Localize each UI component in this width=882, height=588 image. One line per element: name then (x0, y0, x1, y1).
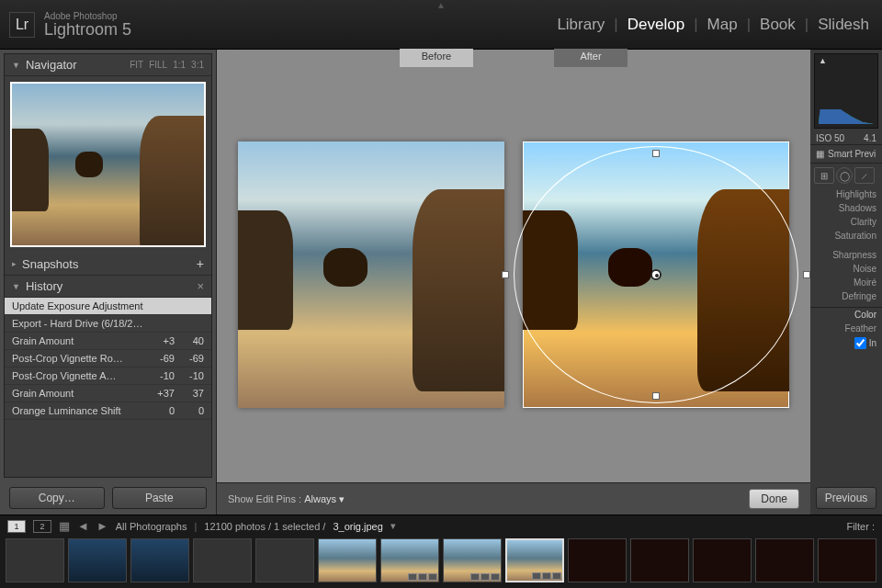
crop-tool-icon[interactable]: ⊞ (814, 167, 834, 184)
filmstrip-thumb[interactable] (68, 538, 127, 582)
primary-display-button[interactable]: 1 (7, 520, 26, 533)
adj-defringe[interactable]: Defringe (810, 289, 882, 303)
radial-pin-center[interactable] (650, 269, 662, 280)
filmstrip-thumb[interactable] (6, 538, 64, 582)
zoom-1:1[interactable]: 1:1 (173, 60, 186, 70)
history-row[interactable]: Export - Hard Drive (6/18/2013 12:32… (5, 315, 211, 333)
color-section[interactable]: Color (810, 307, 882, 322)
navigator-preview[interactable] (10, 82, 206, 247)
filename-dropdown-icon[interactable]: ▾ (390, 520, 396, 532)
radial-tool-icon[interactable]: ◯ (836, 167, 853, 184)
history-label: Grain Amount (12, 388, 145, 399)
filmstrip-thumb[interactable] (755, 538, 814, 582)
history-row[interactable]: Grain Amount+3737 (5, 385, 211, 402)
right-panel: ▲ ISO 50 4.1 ▦ Smart Previ ⊞ ◯ ⟋ Highlig… (810, 50, 882, 514)
adj-shadows[interactable]: Shadows (810, 201, 882, 215)
module-tab-develop[interactable]: Develop (624, 14, 688, 36)
chevron-right-icon[interactable]: ▸ (12, 259, 17, 268)
module-tab-library[interactable]: Library (553, 14, 608, 36)
filmstrip-thumb[interactable] (693, 538, 752, 582)
edit-pins-label: Show Edit Pins : (228, 493, 301, 504)
after-image[interactable] (523, 141, 789, 408)
filmstrip-thumb[interactable] (380, 538, 439, 582)
module-tab-slidesh[interactable]: Slidesh (814, 14, 873, 36)
history-value: 37 (175, 388, 204, 399)
filmstrip-thumb[interactable] (818, 538, 876, 582)
back-icon[interactable]: ◄ (77, 519, 89, 533)
module-tab-map[interactable]: Map (704, 14, 741, 36)
radial-handle-right[interactable] (803, 271, 810, 278)
history-row[interactable]: Orange Luminance Shift00 (5, 402, 211, 420)
adj-noise[interactable]: Noise (810, 262, 882, 276)
forward-icon[interactable]: ► (96, 519, 108, 533)
count-label: 12100 photos / 1 selected / (204, 521, 325, 532)
aperture-label: 4.1 (864, 133, 876, 143)
zoom-3:1[interactable]: 3:1 (191, 60, 204, 70)
snapshots-title: Snapshots (22, 257, 78, 271)
filter-label[interactable]: Filter : (846, 521, 875, 532)
history-row[interactable]: Post-Crop Vignette Ro…-69-69 (5, 350, 211, 368)
invert-checkbox[interactable] (854, 337, 866, 349)
filmstrip-thumb[interactable] (505, 538, 564, 582)
filmstrip-thumb[interactable] (630, 538, 689, 582)
chevron-down-icon[interactable]: ▼ (12, 61, 20, 70)
before-tab[interactable]: Before (400, 49, 473, 67)
radial-handle-left[interactable] (502, 271, 509, 278)
clipping-arrow-icon[interactable]: ▲ (819, 56, 827, 65)
invert-row[interactable]: In (810, 335, 882, 351)
copy-button[interactable]: Copy… (9, 487, 105, 509)
collapse-top-arrow[interactable]: ▲ (436, 0, 446, 10)
clear-history-icon[interactable]: × (197, 279, 204, 293)
navigator-header[interactable]: ▼ Navigator FITFILL1:13:1 (5, 54, 211, 76)
adj-clarity[interactable]: Clarity (810, 215, 882, 229)
feather-label: Feather (810, 322, 882, 335)
radial-handle-top[interactable] (652, 150, 660, 157)
radial-handle-bottom[interactable] (652, 392, 660, 400)
history-row[interactable]: Grain Amount+340 (5, 333, 211, 350)
edit-pins-dropdown[interactable]: Always ▾ (304, 493, 345, 505)
history-row[interactable]: Update Exposure Adjustment (5, 298, 211, 315)
radial-filter-overlay[interactable] (514, 146, 798, 403)
history-header[interactable]: ▼ History × (5, 276, 211, 298)
chevron-down-icon[interactable]: ▼ (12, 282, 20, 291)
brush-tool-icon[interactable]: ⟋ (854, 167, 875, 184)
snapshots-header[interactable]: ▸ Snapshots + (5, 253, 211, 276)
histogram[interactable]: ▲ (814, 53, 878, 129)
before-image[interactable] (238, 141, 504, 408)
secondary-display-button[interactable]: 2 (33, 520, 51, 533)
filmstrip-thumbs[interactable] (0, 537, 882, 588)
adjustment-sliders: HighlightsShadowsClaritySaturation (810, 187, 882, 243)
smart-preview-row[interactable]: ▦ Smart Previ (810, 144, 882, 164)
zoom-fill[interactable]: FILL (149, 60, 167, 70)
after-tab[interactable]: After (554, 49, 628, 67)
paste-button[interactable]: Paste (112, 487, 208, 509)
module-tab-book[interactable]: Book (756, 14, 799, 36)
adj-highlights[interactable]: Highlights (810, 187, 882, 201)
history-row[interactable]: Post-Crop Vignette A…-10-10 (5, 368, 211, 385)
history-value: 0 (175, 405, 204, 416)
adj-moiré[interactable]: Moiré (810, 276, 882, 289)
filmstrip-thumb[interactable] (568, 538, 627, 582)
filmstrip-thumb[interactable] (255, 538, 314, 582)
left-panel: ▼ Navigator FITFILL1:13:1 ▸ Snapshots + … (0, 50, 217, 514)
filmstrip-thumb[interactable] (318, 538, 377, 582)
filmstrip-thumb[interactable] (193, 538, 252, 582)
done-button[interactable]: Done (749, 489, 799, 509)
source-label[interactable]: All Photographs (116, 521, 187, 532)
adj-saturation[interactable]: Saturation (810, 229, 882, 243)
filename-label[interactable]: 3_orig.jpeg (333, 521, 382, 532)
grid-icon[interactable]: ▦ (59, 519, 70, 533)
zoom-fit[interactable]: FIT (130, 60, 143, 70)
previous-button[interactable]: Previous (816, 487, 876, 509)
add-snapshot-icon[interactable]: + (197, 256, 204, 271)
history-delta: -69 (145, 353, 175, 364)
history-label: Post-Crop Vignette Ro… (12, 353, 145, 364)
center-panel: Before After Show Edit Pins : Alway (217, 50, 810, 514)
history-value: 40 (175, 335, 204, 346)
filmstrip-thumb[interactable] (130, 538, 189, 582)
compare-area (217, 67, 810, 482)
filmstrip-thumb[interactable] (443, 538, 502, 582)
adj-sharpness[interactable]: Sharpness (810, 248, 882, 262)
main-area: ▼ Navigator FITFILL1:13:1 ▸ Snapshots + … (0, 50, 882, 514)
module-picker: Library|Develop|Map|Book|Slidesh (553, 14, 873, 36)
